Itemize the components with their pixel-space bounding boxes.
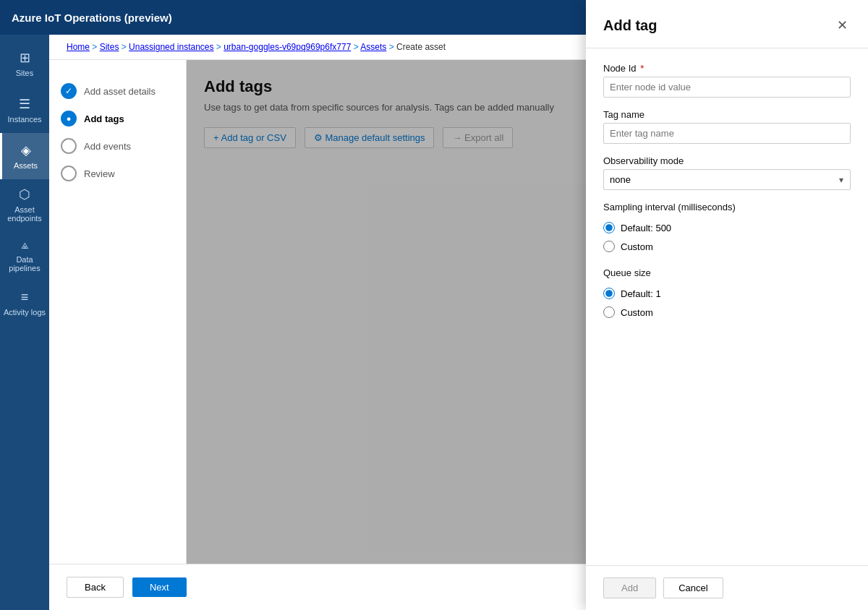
panel-body: Node Id * Tag name Observability mode no… [586, 48, 868, 565]
step-circle-1 [61, 83, 77, 99]
asset-endpoints-icon: ⬡ [19, 186, 30, 202]
panel-footer: Add Cancel [586, 565, 868, 610]
queue-size-label: Queue size [603, 267, 851, 278]
sidebar-item-sites[interactable]: ⊞ Sites [0, 40, 49, 87]
panel-drawer: Add tag ✕ Node Id * Tag name Observabili… [586, 0, 868, 610]
tag-name-field: Tag name [603, 109, 851, 144]
sampling-custom-radio[interactable] [603, 241, 615, 252]
queue-custom-label: Custom [621, 307, 653, 318]
sidebar-item-label: Assets [14, 161, 38, 170]
sampling-custom-option[interactable]: Custom [603, 237, 851, 256]
sidebar-item-assets[interactable]: ◈ Assets [0, 133, 49, 179]
node-id-label: Node Id * [603, 63, 851, 74]
add-label: Add [621, 583, 638, 593]
tag-name-label: Tag name [603, 109, 851, 120]
sidebar-item-instances[interactable]: ☰ Instances [0, 87, 49, 133]
panel-close-button[interactable]: ✕ [834, 14, 851, 36]
sidebar-item-label: Asset endpoints [3, 205, 46, 223]
required-indicator: * [640, 63, 644, 74]
step-circle-2: ● [61, 111, 77, 126]
step-add-events[interactable]: Add events [61, 132, 174, 160]
back-button[interactable]: Back [67, 577, 124, 598]
queue-default-radio[interactable] [603, 288, 615, 299]
node-id-input[interactable] [603, 77, 851, 98]
sidebar-item-label: Instances [7, 115, 41, 124]
panel-title: Add tag [603, 17, 657, 34]
sidebar-item-label: Sites [16, 69, 33, 77]
node-id-field: Node Id * [603, 63, 851, 98]
sampling-interval-field: Sampling interval (milliseconds) Default… [603, 202, 851, 256]
sidebar-item-label: Activity logs [4, 308, 46, 317]
observability-mode-label: Observability mode [603, 155, 851, 166]
sampling-interval-label: Sampling interval (milliseconds) [603, 202, 851, 212]
steps-panel: Add asset details ● Add tags Add events … [49, 60, 187, 564]
queue-custom-option[interactable]: Custom [603, 303, 851, 322]
cancel-button[interactable]: Cancel [663, 577, 723, 598]
step-label-1: Add asset details [84, 86, 156, 97]
sidebar-item-data-pipelines[interactable]: ⟁ Data pipelines [0, 230, 49, 280]
breadcrumb-assets[interactable]: Assets [360, 42, 386, 52]
breadcrumb-unassigned[interactable]: Unassigned instances [129, 42, 213, 52]
sidebar-item-label: Data pipelines [3, 255, 46, 272]
add-button[interactable]: Add [603, 577, 656, 598]
app-title: Azure IoT Operations (preview) [12, 12, 172, 24]
assets-icon: ◈ [21, 142, 31, 158]
back-label: Back [85, 582, 106, 593]
cancel-label: Cancel [678, 583, 707, 593]
breadcrumb-home[interactable]: Home [67, 42, 90, 52]
step-add-tags[interactable]: ● Add tags [61, 105, 174, 132]
sampling-interval-radio-group: Default: 500 Custom [603, 218, 851, 256]
sites-icon: ⊞ [20, 50, 30, 66]
sampling-default-option[interactable]: Default: 500 [603, 218, 851, 237]
breadcrumb-sites[interactable]: Sites [100, 42, 119, 52]
tag-name-input[interactable] [603, 123, 851, 144]
sidebar-item-asset-endpoints[interactable]: ⬡ Asset endpoints [0, 179, 49, 230]
step-circle-3 [61, 138, 77, 154]
observability-mode-field: Observability mode none gauge counter hi… [603, 155, 851, 190]
observability-mode-select[interactable]: none gauge counter histogram log [603, 169, 851, 190]
queue-default-option[interactable]: Default: 1 [603, 284, 851, 303]
step-review[interactable]: Review [61, 160, 174, 187]
step-circle-4 [61, 166, 77, 181]
sampling-default-label: Default: 500 [621, 223, 671, 233]
sampling-custom-label: Custom [621, 241, 653, 252]
queue-size-field: Queue size Default: 1 Custom [603, 267, 851, 322]
close-icon: ✕ [837, 17, 848, 33]
step-add-asset-details[interactable]: Add asset details [61, 77, 174, 105]
data-pipelines-icon: ⟁ [21, 237, 29, 252]
observability-mode-wrapper: none gauge counter histogram log ▾ [603, 169, 851, 190]
sampling-default-radio[interactable] [603, 222, 615, 233]
next-button[interactable]: Next [132, 577, 187, 597]
next-label: Next [150, 582, 169, 593]
panel-header: Add tag ✕ [586, 0, 868, 48]
queue-custom-radio[interactable] [603, 306, 615, 318]
step-label-2: Add tags [84, 113, 124, 124]
sidebar-item-activity-logs[interactable]: ≡ Activity logs [0, 280, 49, 326]
queue-default-label: Default: 1 [621, 288, 661, 299]
step-label-4: Review [84, 168, 115, 179]
activity-logs-icon: ≡ [21, 290, 29, 305]
breadcrumb-current: Create asset [396, 42, 446, 52]
queue-size-radio-group: Default: 1 Custom [603, 284, 851, 322]
breadcrumb-instance[interactable]: urban-goggles-v69pq969p6fx777 [224, 42, 351, 52]
sidebar: ⊞ Sites ☰ Instances ◈ Assets ⬡ Asset end… [0, 35, 49, 610]
instances-icon: ☰ [19, 96, 30, 112]
step-label-3: Add events [84, 141, 131, 152]
